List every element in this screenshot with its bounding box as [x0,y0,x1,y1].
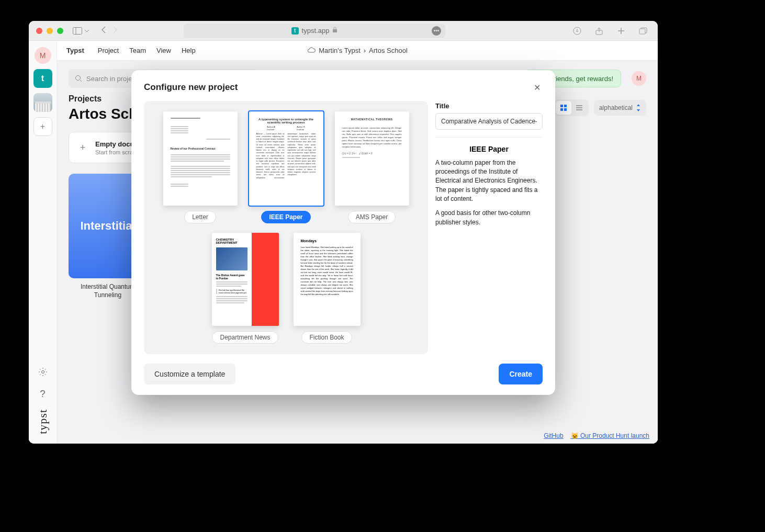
template-gallery: Review of our Professional Contract Lett [144,101,428,354]
tab-overview-icon[interactable] [636,24,650,38]
template-ams[interactable]: MATHEMATICAL THEOREMS Lorem ipsum dolor … [335,111,409,223]
nav-forward-button[interactable] [113,26,118,36]
modal-side-panel: Title IEEE Paper A two-column paper from… [435,101,543,354]
cloud-icon [307,47,316,54]
app-brand[interactable]: Typst [66,47,84,54]
template-thumb-ieee: A typesetting system to untangle the sci… [249,111,323,206]
selected-template-name: IEEE Paper [435,145,543,153]
github-link[interactable]: GitHub [544,432,563,439]
plus-icon: + [76,141,89,154]
svg-rect-2 [333,29,337,32]
breadcrumb-project[interactable]: Artos School [369,47,408,54]
template-thumb-deptnews: CHEMISTRY DEPARTMENT The Biolux Award go… [212,233,279,326]
header-avatar[interactable]: M [632,71,646,86]
user-avatar[interactable]: M [35,47,51,64]
typst-logo: typst [36,409,50,434]
template-thumb-fiction: Mondays Jane hated Mondays. She hated wa… [294,233,361,326]
modal-title: Configure new project [144,82,238,93]
customize-template-button[interactable]: Customize a template [144,364,235,384]
svg-rect-10 [560,108,563,111]
sidebar-toggle[interactable] [73,27,89,35]
browser-tab-bar: t typst.app ••• [29,21,658,41]
nav-arrows [101,26,118,36]
search-icon [75,75,82,82]
download-icon[interactable] [570,24,584,38]
window-zoom-button[interactable] [57,28,63,34]
title-input[interactable] [435,113,543,130]
selected-template-desc2: A good basis for other two-column publis… [435,209,543,227]
template-thumb-ams: MATHEMATICAL THEOREMS Lorem ipsum dolor … [335,111,409,206]
breadcrumb-separator: › [364,47,366,54]
svg-point-7 [76,76,81,81]
app-left-sidebar: M t + ? typst [29,41,57,444]
template-label-deptnews: Department News [212,331,278,344]
menu-team[interactable]: Team [129,47,146,54]
browser-window: t typst.app ••• M t + ? typst [29,21,658,444]
template-label-ieee: IEEE Paper [261,211,310,223]
svg-point-6 [41,371,44,373]
template-dept-news[interactable]: CHEMISTRY DEPARTMENT The Biolux Award go… [212,233,279,344]
breadcrumb: Martin's Typst › Artos School [307,47,408,54]
list-view-button[interactable] [571,101,587,115]
nav-back-button[interactable] [101,26,106,36]
menu-view[interactable]: View [156,47,171,54]
chevron-updown-icon [636,104,641,111]
close-icon[interactable]: ✕ [532,81,543,95]
traffic-lights [36,28,63,34]
workspace-tile-typst[interactable]: t [33,69,52,88]
new-tab-icon[interactable] [614,24,628,38]
menu-help[interactable]: Help [182,47,196,54]
url-host: typst.app [302,27,330,35]
sort-select[interactable]: alphabetical [594,100,646,116]
lock-icon [332,27,338,35]
url-bar[interactable]: t typst.app ••• [184,24,445,38]
reader-mode-icon[interactable]: ••• [432,26,441,36]
app-menu-bar: Typst Project Team View Help Martin's Ty… [57,41,658,61]
template-label-ams: AMS Paper [348,211,396,223]
template-thumb-letter: Review of our Professional Contract [163,111,238,206]
footer-links: GitHub 😺 Our Product Hunt launch [544,432,649,439]
template-fiction[interactable]: Mondays Jane hated Mondays. She hated wa… [294,233,361,344]
title-field-label: Title [435,102,543,110]
menu-project[interactable]: Project [98,47,119,54]
svg-rect-8 [560,105,563,107]
workspace-tile-artos[interactable] [33,93,52,112]
selected-template-desc: A two-column paper from the proceedings … [435,159,543,204]
svg-rect-9 [564,105,567,107]
share-icon[interactable] [592,24,606,38]
svg-rect-5 [639,29,645,34]
svg-rect-0 [73,27,82,34]
help-icon[interactable]: ? [40,389,45,400]
configure-project-modal: Configure new project ✕ [131,70,555,395]
window-minimize-button[interactable] [47,28,53,34]
template-label-fiction: Fiction Book [301,331,352,344]
add-workspace-button[interactable]: + [33,117,52,136]
producthunt-link[interactable]: 😺 Our Product Hunt launch [571,432,649,439]
grid-view-button[interactable] [556,101,571,115]
create-button[interactable]: Create [499,364,543,384]
template-letter[interactable]: Review of our Professional Contract Lett [163,111,238,223]
svg-rect-11 [564,108,567,111]
breadcrumb-team[interactable]: Martin's Typst [319,47,361,54]
settings-icon[interactable] [38,367,48,379]
window-close-button[interactable] [36,28,42,34]
template-ieee[interactable]: A typesetting system to untangle the sci… [249,111,323,223]
template-label-letter: Letter [184,211,216,223]
site-favicon: t [291,27,299,35]
